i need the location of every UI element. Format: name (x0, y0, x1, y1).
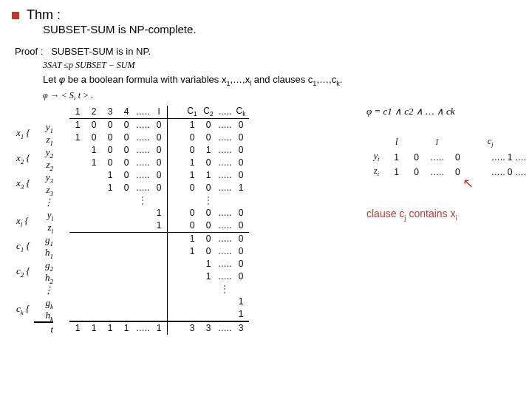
clause-note: clause cj contains xi (366, 208, 532, 222)
row-labels: y1z1 y2z2 y3z3 ⋮ ylzl g1h1 g2h2 ⋮ gkhk t (34, 120, 53, 335)
construction-table: 1234…..l C1C2…..Ck 1000…..010…..0 1000….… (69, 106, 249, 335)
target-row: 1111…..133…..3 (69, 321, 249, 335)
proof-text: SUBSET-SUM is in NP. (51, 46, 151, 57)
proof-line: Proof : SUBSET-SUM is in NP. (15, 46, 532, 57)
bullet-square (12, 12, 19, 19)
let-line: Let φ be a boolean formula with variable… (43, 74, 532, 87)
table-header: 1234…..l C1C2…..Ck (69, 106, 249, 119)
reduction-line: 3SAT ≤p SUBSET − SUM (43, 60, 532, 71)
mini-table: licj yi10…..0….. 1 …. zi10…..0….. 0 …. (366, 135, 532, 180)
thm-label: Thm : (27, 7, 61, 23)
phi-expansion: φ = c1 ∧ c2 ∧ … ∧ ck (366, 106, 532, 117)
proof-lead: Proof : (15, 46, 43, 57)
arrow-icon: ↖ (463, 175, 532, 191)
var-pair-labels: x1 { x2 { x3 { xl { c1 { c2 { ck { (16, 120, 30, 321)
phi-map: φ → < S, t > . (43, 90, 532, 101)
thm-statement: SUBSET-SUM is NP-complete. (43, 23, 532, 35)
